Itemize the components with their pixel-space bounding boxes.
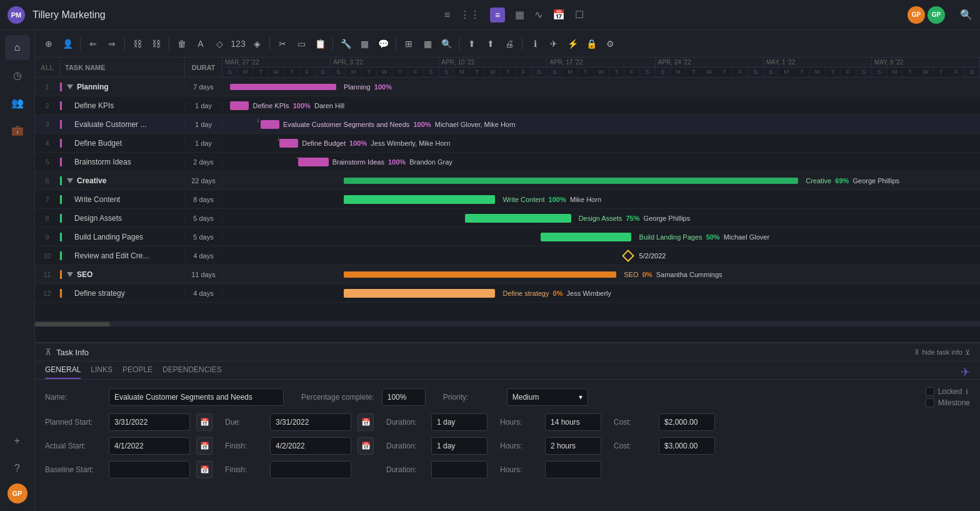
- baseline-finish-input[interactable]: [270, 461, 351, 478]
- sidebar-item-help[interactable]: ?: [5, 456, 30, 481]
- toolbar-columns-icon[interactable]: ⋮⋮: [460, 9, 480, 21]
- table-row[interactable]: 6 Creative 22 days Creative 69% George P…: [35, 171, 980, 190]
- sidebar-item-clock[interactable]: ◷: [5, 63, 30, 88]
- tab-general[interactable]: GENERAL: [45, 365, 81, 379]
- gantt-bar-landing[interactable]: [541, 233, 631, 241]
- gantt-bar-design[interactable]: [465, 214, 571, 223]
- table-row[interactable]: 4 Define Budget 1 day ↓ Define Budget 10…: [35, 134, 980, 153]
- tab-links[interactable]: LINKS: [91, 365, 112, 379]
- export-btn[interactable]: ⬆: [463, 35, 481, 53]
- baseline-hours-input[interactable]: [545, 461, 601, 478]
- gantt-bar-write[interactable]: [344, 195, 495, 204]
- outdent-btn[interactable]: ⇐: [84, 35, 102, 53]
- table-row[interactable]: 11 SEO 11 days SEO 0% Samantha Cummings: [35, 265, 980, 284]
- unlink-btn[interactable]: ⛓: [148, 35, 165, 53]
- delete-btn[interactable]: 🗑: [173, 35, 191, 53]
- milestone-checkbox-row[interactable]: Milestone: [926, 398, 970, 407]
- cost-input-2[interactable]: [659, 437, 715, 455]
- table-row[interactable]: 5 Brainstorm Ideas 2 days → Brainstorm I…: [35, 153, 980, 171]
- share-btn[interactable]: ⬆: [482, 35, 499, 53]
- print-btn[interactable]: 🖨: [501, 35, 518, 53]
- baseline-start-input[interactable]: [109, 461, 190, 478]
- planned-start-input[interactable]: [109, 413, 190, 431]
- duration-input-1[interactable]: [431, 413, 488, 431]
- sidebar-item-home[interactable]: ⌂: [5, 35, 30, 60]
- due-input[interactable]: [270, 413, 351, 431]
- priority-select[interactable]: Medium ▾: [507, 388, 588, 406]
- send-icon[interactable]: ✈: [961, 365, 970, 379]
- cut-btn[interactable]: ✂: [274, 35, 291, 53]
- shape-btn[interactable]: ◇: [211, 35, 228, 53]
- add-btn[interactable]: ⊕: [40, 35, 58, 53]
- columns-btn[interactable]: ⊞: [400, 35, 418, 53]
- name-input[interactable]: [109, 388, 284, 406]
- gantt-bar-strategy[interactable]: [344, 289, 495, 298]
- comment-btn[interactable]: 💬: [374, 35, 392, 53]
- toolbar-active-icon[interactable]: ≡: [490, 8, 505, 23]
- copy-btn[interactable]: ▭: [292, 35, 310, 53]
- gantt-bar-kpis[interactable]: [230, 101, 249, 110]
- search-icon[interactable]: 🔍: [960, 9, 972, 21]
- sidebar-item-briefcase[interactable]: 💼: [5, 118, 30, 143]
- table-row[interactable]: 3 Evaluate Customer ... 1 day ↓ Evaluate…: [35, 115, 980, 134]
- lock-btn[interactable]: 🔒: [582, 35, 600, 53]
- table-row[interactable]: 10 Review and Edit Cre... 4 days 5/2/202…: [35, 246, 980, 265]
- locked-checkbox[interactable]: [926, 387, 934, 396]
- text-btn[interactable]: A: [192, 35, 209, 53]
- table-row[interactable]: 2 Define KPIs 1 day Define KPIs 100% Dar…: [35, 96, 980, 115]
- gantt-bar-brainstorm[interactable]: [298, 158, 328, 166]
- tab-people[interactable]: PEOPLE: [122, 365, 152, 379]
- toolbar-list-icon[interactable]: ≡: [444, 9, 450, 21]
- locked-checkbox-row[interactable]: Locked ℹ: [926, 387, 970, 396]
- collapse-icon[interactable]: ⊼: [45, 347, 51, 357]
- indent-btn[interactable]: ⇒: [103, 35, 121, 53]
- table-row[interactable]: 12 Define strategy 4 days Define strateg…: [35, 284, 980, 303]
- toolbar-table-icon[interactable]: ▦: [515, 9, 524, 21]
- milestone-checkbox[interactable]: [926, 398, 934, 407]
- table-row[interactable]: 8 Design Assets 5 days Design Assets 75%…: [35, 209, 980, 228]
- sidebar-user-avatar[interactable]: GP: [8, 483, 28, 503]
- gantt-bar-evaluate[interactable]: [261, 120, 279, 129]
- pct-input[interactable]: [382, 388, 426, 406]
- zoom-btn[interactable]: 🔍: [438, 35, 455, 53]
- hours-input-2[interactable]: [545, 437, 601, 455]
- filter-btn[interactable]: ⚡: [564, 35, 581, 53]
- toolbar-chart-icon[interactable]: ∿: [534, 9, 542, 21]
- diamond-btn[interactable]: ◈: [248, 35, 266, 53]
- gantt-horizontal-scroll[interactable]: [35, 321, 980, 326]
- baseline-start-calendar[interactable]: 📅: [196, 461, 212, 478]
- grid-btn[interactable]: ▦: [356, 35, 373, 53]
- table-btn[interactable]: ▦: [419, 35, 436, 53]
- actual-start-calendar[interactable]: 📅: [196, 437, 212, 455]
- gantt-scroll-thumb[interactable]: [35, 322, 110, 326]
- baseline-duration-input[interactable]: [431, 461, 488, 478]
- table-row[interactable]: 9 Build Landing Pages 5 days Build Landi…: [35, 228, 980, 246]
- link-btn[interactable]: ⛓: [129, 35, 146, 53]
- gantt-bar-seo[interactable]: [344, 271, 616, 278]
- send-btn-toolbar[interactable]: ✈: [545, 35, 562, 53]
- due-calendar[interactable]: 📅: [358, 413, 374, 431]
- sidebar-item-people[interactable]: 👥: [5, 90, 30, 115]
- planned-start-calendar[interactable]: 📅: [196, 413, 212, 431]
- sidebar-item-plus[interactable]: +: [5, 428, 30, 453]
- finish-calendar[interactable]: 📅: [358, 437, 374, 455]
- gantt-bar-creative[interactable]: [344, 178, 798, 184]
- info-btn[interactable]: ℹ: [526, 35, 544, 53]
- tool-btn[interactable]: 🔧: [337, 35, 354, 53]
- toolbar-calendar-icon-top[interactable]: 📅: [552, 9, 565, 21]
- tab-dependencies[interactable]: DEPENDENCIES: [162, 365, 222, 379]
- paste-btn[interactable]: 📋: [311, 35, 329, 53]
- gantt-bar-planning[interactable]: [230, 84, 336, 90]
- actual-start-input[interactable]: [109, 437, 190, 455]
- hours-input-1[interactable]: [545, 413, 601, 431]
- duration-input-2[interactable]: [431, 437, 488, 455]
- table-row[interactable]: 1 Planning 7 days Planning 100%: [35, 78, 980, 96]
- settings-btn[interactable]: ⚙: [601, 35, 619, 53]
- cost-input-1[interactable]: [659, 413, 715, 431]
- add-user-btn[interactable]: 👤: [59, 35, 76, 53]
- hide-task-btn[interactable]: ⊼ hide task info ⊻: [914, 348, 970, 357]
- finish-input[interactable]: [270, 437, 351, 455]
- gantt-bar-budget[interactable]: [279, 139, 298, 148]
- toolbar-file-icon[interactable]: ☐: [575, 9, 584, 21]
- number-btn[interactable]: 123: [229, 35, 247, 53]
